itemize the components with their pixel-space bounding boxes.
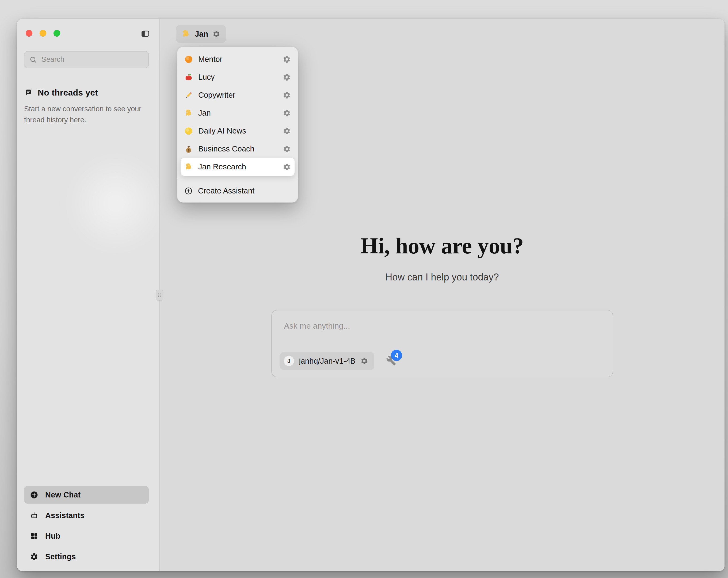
wave-emoji-icon: [181, 29, 190, 39]
chat-composer[interactable]: J janhq/Jan-v1-4B 4: [271, 310, 613, 377]
greeting: Hi, how are you? How can I help you toda…: [160, 233, 725, 283]
apple-emoji-icon: [184, 73, 193, 82]
sidebar-item-new-chat[interactable]: New Chat: [24, 486, 149, 504]
menu-item-jan-research[interactable]: Jan Research: [181, 158, 294, 176]
gear-icon: [30, 553, 38, 561]
gear-icon[interactable]: [360, 357, 368, 365]
gear-icon[interactable]: [283, 127, 291, 135]
app-window: No threads yet Start a new conversation …: [17, 19, 725, 571]
chat-bubble-icon: [24, 88, 33, 97]
gear-icon[interactable]: [283, 145, 291, 153]
window-controls: [26, 30, 60, 37]
sidebar-toggle-icon: [140, 29, 150, 38]
greeting-title: Hi, how are you?: [160, 233, 725, 259]
sidebar-item-label: Settings: [45, 552, 76, 561]
menu-item-mentor[interactable]: Mentor: [181, 50, 294, 68]
menu-divider: [177, 179, 298, 179]
assistant-selector-button[interactable]: Jan: [176, 25, 226, 43]
drag-dots-icon: [157, 291, 162, 299]
greeting-subtitle: How can I help you today?: [160, 272, 725, 283]
gear-icon[interactable]: [283, 109, 291, 117]
model-selector-button[interactable]: J janhq/Jan-v1-4B: [280, 352, 374, 370]
create-assistant-button[interactable]: Create Assistant: [181, 182, 294, 199]
gear-icon[interactable]: [212, 30, 220, 38]
sidebar: No threads yet Start a new conversation …: [17, 19, 160, 571]
menu-item-label: Mentor: [198, 55, 278, 64]
model-name: janhq/Jan-v1-4B: [299, 357, 356, 366]
tools-button[interactable]: 4: [386, 356, 397, 366]
search-icon: [29, 56, 37, 64]
sidebar-resize-handle[interactable]: [156, 290, 163, 301]
sidebar-item-hub[interactable]: Hub: [24, 527, 149, 545]
empty-threads-state: No threads yet Start a new conversation …: [24, 88, 145, 125]
gear-icon[interactable]: [283, 55, 291, 64]
robot-icon: [30, 511, 38, 520]
menu-item-label: Copywriter: [198, 91, 278, 100]
money-bag-emoji-icon: [184, 145, 193, 153]
search-input[interactable]: [41, 55, 144, 64]
plus-circle-icon: [184, 187, 192, 195]
menu-item-daily-ai-news[interactable]: Daily AI News: [181, 122, 294, 140]
sidebar-glow-decoration: [65, 153, 167, 254]
menu-item-label: Business Coach: [198, 145, 278, 153]
assistant-dropdown-menu: Mentor Lucy Copywriter Jan Daily AI News: [177, 47, 298, 203]
menu-item-lucy[interactable]: Lucy: [181, 68, 294, 86]
wave-emoji-icon: [184, 109, 193, 118]
sidebar-item-label: Hub: [45, 532, 60, 541]
empty-threads-title: No threads yet: [38, 88, 98, 98]
yellow-circle-emoji-icon: [184, 127, 193, 135]
plus-circle-icon: [30, 491, 38, 499]
minimize-window-button[interactable]: [40, 30, 46, 37]
sidebar-item-settings[interactable]: Settings: [24, 548, 149, 566]
orange-circle-emoji-icon: [184, 55, 193, 64]
menu-item-label: Daily AI News: [198, 127, 278, 135]
empty-threads-description: Start a new conversation to see your thr…: [24, 104, 142, 125]
zoom-window-button[interactable]: [53, 30, 60, 37]
sidebar-toggle-button[interactable]: [139, 28, 151, 39]
create-assistant-label: Create Assistant: [198, 186, 255, 195]
wave-emoji-icon: [184, 163, 193, 171]
gear-icon[interactable]: [283, 163, 291, 171]
sidebar-item-label: New Chat: [45, 491, 80, 499]
sidebar-item-label: Assistants: [45, 511, 84, 520]
model-avatar: J: [284, 356, 294, 366]
menu-item-business-coach[interactable]: Business Coach: [181, 140, 294, 158]
main-panel: Jan Mentor Lucy Copywriter Jan: [160, 19, 725, 571]
gear-icon[interactable]: [283, 73, 291, 81]
close-window-button[interactable]: [26, 30, 32, 37]
search-box[interactable]: [24, 51, 149, 68]
tools-count-badge: 4: [391, 350, 402, 361]
pencil-emoji-icon: [184, 91, 193, 100]
menu-item-label: Lucy: [198, 73, 278, 82]
grid-icon: [30, 532, 38, 540]
sidebar-nav: New Chat Assistants Hub Settings: [24, 486, 149, 566]
menu-item-jan[interactable]: Jan: [181, 104, 294, 122]
menu-item-label: Jan: [198, 109, 278, 118]
sidebar-item-assistants[interactable]: Assistants: [24, 507, 149, 524]
current-assistant-name: Jan: [195, 30, 208, 39]
composer-toolbar: J janhq/Jan-v1-4B 4: [280, 352, 397, 370]
gear-icon[interactable]: [283, 91, 291, 99]
menu-item-label: Jan Research: [198, 162, 278, 171]
chat-input[interactable]: [284, 321, 601, 331]
menu-item-copywriter[interactable]: Copywriter: [181, 86, 294, 104]
